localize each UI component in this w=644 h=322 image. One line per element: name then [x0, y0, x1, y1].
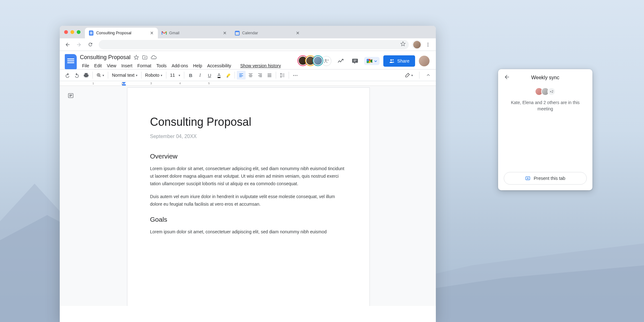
collaborator-avatars[interactable]	[298, 56, 331, 66]
tab-title: Calendar	[242, 31, 293, 35]
collapse-toolbar-button[interactable]	[424, 71, 433, 80]
activity-icon[interactable]	[335, 56, 346, 66]
meet-popover: Weekly sync +2 Kate, Elena and 2 others …	[498, 69, 592, 190]
font-dropdown[interactable]: Roboto▾	[143, 71, 164, 79]
docs-logo-icon[interactable]	[65, 54, 77, 69]
ruler[interactable]: 1 2 3 4 5	[60, 81, 436, 86]
body-text: Lorem ipsum dolor sit amet, consectetuer…	[150, 228, 347, 236]
nav-forward-button[interactable]	[74, 40, 84, 49]
redo-button[interactable]	[72, 71, 81, 80]
tab-strip: Consulting Proposal ✕ Gmail ✕ Calendar ✕	[60, 26, 436, 38]
present-label: Present this tab	[534, 176, 565, 181]
nav-reload-button[interactable]	[86, 40, 95, 49]
more-toolbar-button[interactable]: ⋯	[291, 71, 300, 80]
align-justify-button[interactable]	[265, 71, 274, 80]
share-label: Share	[397, 58, 409, 64]
share-button[interactable]: Share	[383, 55, 415, 67]
menu-help[interactable]: Help	[191, 62, 204, 69]
body-text: Lorem ipsum dolor sit amet, consectetuer…	[150, 165, 347, 187]
menu-accessibility[interactable]: Accessibility	[205, 62, 233, 69]
style-dropdown[interactable]: Normal text▾	[110, 71, 139, 79]
document-canvas: Consulting Proposal September 04, 20XX O…	[60, 86, 436, 306]
menu-insert[interactable]: Insert	[119, 62, 135, 69]
window-close-button[interactable]	[64, 30, 68, 34]
align-left-button[interactable]	[237, 71, 246, 80]
address-bar[interactable]	[99, 40, 409, 49]
meeting-participants: +2	[504, 87, 587, 96]
browser-navbar	[60, 38, 436, 51]
present-icon	[525, 176, 530, 181]
close-icon[interactable]: ✕	[150, 31, 154, 35]
cloud-status-icon[interactable]	[151, 54, 157, 60]
window-maximize-button[interactable]	[77, 30, 80, 34]
tab-gmail[interactable]: Gmail ✕	[158, 28, 231, 38]
version-history-link[interactable]: Show version history	[240, 63, 281, 68]
browser-menu-button[interactable]	[423, 40, 433, 49]
more-count: +2	[547, 87, 556, 96]
svg-point-1	[428, 44, 429, 45]
people-icon	[389, 58, 395, 64]
close-icon[interactable]: ✕	[296, 31, 300, 35]
star-icon[interactable]	[400, 41, 406, 48]
account-avatar[interactable]	[419, 56, 430, 66]
menu-file[interactable]: File	[80, 62, 92, 69]
menu-edit[interactable]: Edit	[92, 62, 104, 69]
menu-format[interactable]: Format	[135, 62, 153, 69]
align-center-button[interactable]	[246, 71, 255, 80]
document-title[interactable]: Consulting Proposal	[80, 54, 130, 61]
doc-date: September 04, 20XX	[150, 134, 347, 139]
window-minimize-button[interactable]	[70, 30, 74, 34]
comments-icon[interactable]	[350, 56, 360, 66]
present-tab-button[interactable]: Present this tab	[504, 172, 587, 185]
tab-title: Gmail	[169, 31, 220, 35]
svg-point-4	[391, 59, 392, 61]
italic-button[interactable]: I	[196, 71, 204, 80]
svg-point-0	[428, 43, 429, 44]
docs-toolbar: ▾ Normal text▾ Roboto▾ 11▾ B I U A ⋯ ▾	[60, 69, 436, 81]
body-text: Duis autem vel eum iriure dolor in hendr…	[150, 193, 347, 208]
gmail-icon	[162, 31, 167, 36]
svg-point-5	[392, 59, 394, 60]
section-goals: Goals	[150, 216, 347, 223]
menu-view[interactable]: View	[105, 62, 119, 69]
close-icon[interactable]: ✕	[223, 31, 227, 35]
line-spacing-button[interactable]	[278, 71, 287, 80]
document-page[interactable]: Consulting Proposal September 04, 20XX O…	[127, 87, 370, 306]
bold-button[interactable]: B	[186, 71, 195, 80]
menu-tools[interactable]: Tools	[154, 62, 169, 69]
outline-toggle-button[interactable]	[67, 92, 75, 100]
highlight-button[interactable]	[224, 71, 233, 80]
calendar-icon	[235, 31, 240, 36]
add-collaborator-button[interactable]	[321, 56, 331, 66]
nav-back-button[interactable]	[63, 40, 72, 49]
back-button[interactable]	[504, 74, 510, 81]
svg-point-3	[325, 59, 327, 61]
docs-header: Consulting Proposal File Edit View Inser…	[60, 51, 436, 69]
fontsize-dropdown[interactable]: 11▾	[168, 71, 182, 79]
print-button[interactable]	[82, 71, 91, 80]
browser-window: Consulting Proposal ✕ Gmail ✕ Calendar ✕	[60, 26, 436, 322]
tab-calendar[interactable]: Calendar ✕	[231, 28, 304, 38]
popover-title: Weekly sync	[531, 75, 559, 80]
star-icon[interactable]	[134, 55, 139, 60]
meeting-subtitle: Kate, Elena and 2 others are in this mee…	[504, 99, 587, 112]
move-folder-icon[interactable]	[142, 55, 147, 60]
tab-docs[interactable]: Consulting Proposal ✕	[85, 28, 158, 38]
underline-button[interactable]: U	[205, 71, 214, 80]
zoom-dropdown[interactable]: ▾	[95, 71, 106, 79]
avatar[interactable]	[313, 56, 323, 65]
undo-button[interactable]	[63, 71, 72, 80]
chevron-down-icon	[374, 60, 377, 63]
tab-title: Consulting Proposal	[96, 31, 147, 35]
text-color-button[interactable]: A	[214, 71, 223, 80]
editing-mode-dropdown[interactable]: ▾	[403, 71, 415, 79]
meet-button[interactable]	[364, 57, 380, 65]
menu-addons[interactable]: Add-ons	[169, 62, 190, 69]
docs-icon	[89, 31, 94, 36]
doc-heading: Consulting Proposal	[150, 115, 347, 129]
svg-rect-7	[122, 84, 126, 86]
align-right-button[interactable]	[256, 71, 264, 80]
svg-point-2	[428, 46, 429, 47]
section-overview: Overview	[150, 153, 347, 160]
browser-profile-avatar[interactable]	[413, 40, 421, 49]
